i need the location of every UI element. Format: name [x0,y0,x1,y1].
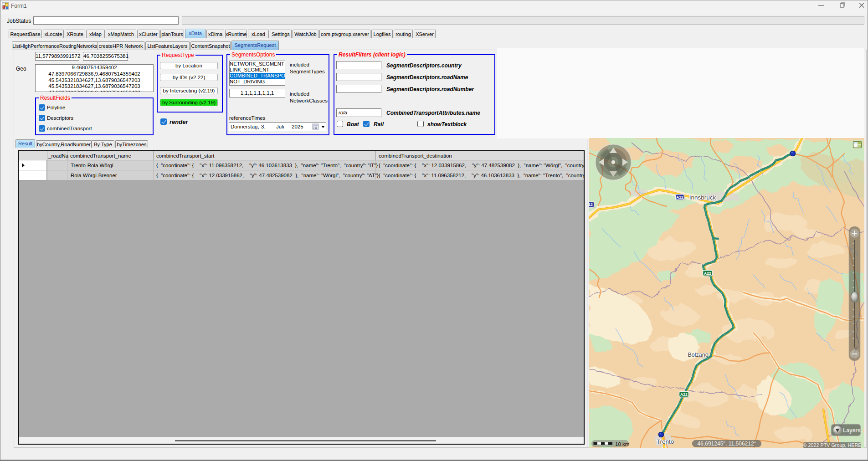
svg-text:A12: A12 [676,195,683,200]
svg-text:12: 12 [589,202,593,207]
svg-text:A22: A22 [704,271,711,276]
svg-text:Trento: Trento [657,438,674,445]
svg-text:A22: A22 [680,392,688,397]
svg-text:46,691245°, 11,506212°: 46,691245°, 11,506212° [698,441,756,447]
svg-text:Bolzano: Bolzano [688,352,708,358]
svg-text:10 km: 10 km [615,441,629,447]
svg-text:Layers: Layers [843,427,861,434]
svg-text:Innsbruck: Innsbruck [689,194,716,201]
svg-text:© 2022 PTV Group, HERE: © 2022 PTV Group, HERE [803,442,862,448]
